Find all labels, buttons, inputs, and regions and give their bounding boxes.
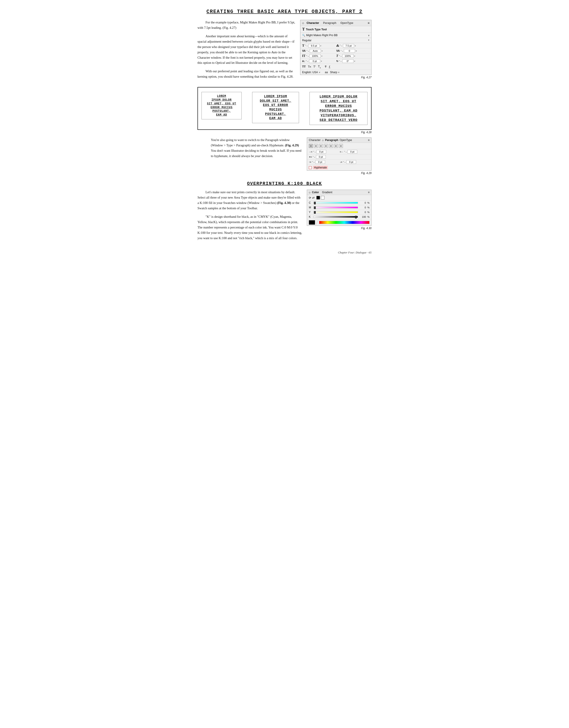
type-style-row: TT TR Tr Ta T ƒ [300,64,371,70]
kerning-value[interactable]: Auto [310,49,321,53]
rotation-group: ↻ ⌃⌄ 0° ∨ [336,59,370,63]
first-line-row: ⁕≡ ⌃⌄ 0 pt [307,154,371,160]
size-leading-row: T ⌃⌄ 9.5 pt ∨ ⁂ ⌃⌄ 7.5 pt ∨ [300,43,371,48]
font-name-row[interactable]: 🔍 Might Makes Right Pro BB ∨ [300,33,371,38]
space-before-arrows: ⌃⌄ [312,161,315,163]
color-icons-row: ⟳ ⇄ [307,195,371,201]
tracking-value[interactable]: 0 [344,49,355,53]
first-line-arrows: ⌃⌄ [312,156,316,158]
vert-arrows: ⌃⌄ [306,55,309,57]
all-caps-btn[interactable]: TT [302,65,306,68]
alignment-row: ≡ ≡ ≡ ≡ ≡ ≡ ≡ [307,143,371,149]
page-title: CREATING THREE BASIC AREA TYPE OBJECTS, … [197,9,372,15]
space-after-value[interactable]: 0 pt [346,160,356,164]
small-caps-btn[interactable]: TR [308,65,311,68]
leading-arrows: ⌃⌄ [339,45,343,47]
color-menu-icon[interactable]: ≡ [368,191,370,194]
leading-value[interactable]: 7.5 pt [343,44,354,48]
color-panel-fig430: ◇ Color Gradient ≡ ⟳ ⇄ C 0 % [307,190,372,226]
horiz-chevron[interactable]: ∨ [354,55,355,57]
color-tab-color[interactable]: Color [312,191,319,194]
page-number: Chapter Four: Dialogue · 65 [197,251,372,254]
first-line-group: ⁕≡ ⌃⌄ 0 pt [309,155,370,159]
color-black-swatch [316,196,320,199]
hyphenate-checkbox[interactable] [309,166,312,169]
strikethrough-btn[interactable]: T [325,65,326,68]
magenta-value: 0 [359,206,366,209]
tab-opentype[interactable]: OpenType [339,21,355,25]
lorem-box-3: LOREM IPSUM DOLORSIT AMET, EOS UTERROR M… [309,92,368,125]
baseline-chevron[interactable]: ∨ [321,60,322,62]
yellow-pct: % [367,211,370,214]
body-paragraph-1: For the example typeface, Might Makes Ri… [197,20,296,31]
leading-chevron[interactable]: ∨ [355,45,356,47]
align-justify-center-btn[interactable]: ≡ [329,144,333,148]
tracking-chevron[interactable]: ∨ [355,50,357,52]
body-paragraph-4: You're also going to want to switch to t… [211,137,302,159]
left-indent-icon: →≡ [309,151,312,153]
vert-chevron[interactable]: ∨ [321,55,323,57]
touch-type-tool-row[interactable]: 𝕋 Touch Type Tool [300,26,371,33]
sharp-label: Sharp [330,71,337,74]
black-slider[interactable] [313,216,358,218]
font-chevron-icon[interactable]: ∨ [368,34,370,37]
space-before-value[interactable]: 0 pt [315,160,325,164]
align-justify-right-btn[interactable]: ≡ [334,144,338,148]
vert-scale-value[interactable]: 100% [309,54,321,58]
yellow-slider[interactable] [313,211,358,213]
para-tab-para[interactable]: Paragraph [325,139,338,142]
kerning-tracking-row: VA ⌃⌄ Auto ∨ VA ⌃⌄ 0 ∨ [300,48,371,54]
color-refresh-icon[interactable]: ⟳ [309,196,311,199]
color-diamond-icon: ◇ [309,191,311,194]
space-row: ↑≡ ⌃⌄ 0 pt ↓≡ ⌃⌄ 0 pt [307,160,371,165]
color-spectrum-bar[interactable] [319,221,370,224]
style-chevron-icon[interactable]: ∨ [368,39,370,42]
char-panel-header: ◇ Character Paragraph OpenType ≡ [300,20,371,26]
align-justify-btn[interactable]: ≡ [324,144,328,148]
color-swap-icon[interactable]: ⇄ [312,196,315,199]
magenta-slider[interactable] [313,207,358,208]
font-style-row[interactable]: Regular ∨ [300,38,371,43]
right-indent-value[interactable]: 0 pt [347,150,357,153]
para-tab-char[interactable]: Character [309,139,321,142]
black-value: 100 [359,216,366,218]
align-left-btn[interactable]: ≡ [309,144,313,148]
size-chevron[interactable]: ∨ [320,45,322,47]
color-tab-gradient[interactable]: Gradient [322,191,332,194]
body-paragraph-3: With our preferred point and leading siz… [197,69,296,79]
horiz-scale-value[interactable]: 100% [342,54,353,58]
para-menu-icon[interactable]: ≡ [368,139,370,142]
body-paragraph-5: Let's make sure our text prints correctl… [197,190,302,211]
underline-btn[interactable]: ƒ [329,65,330,68]
align-center-btn[interactable]: ≡ [314,144,318,148]
sharp-chevron[interactable]: ∨ [338,71,340,73]
horiz-scale-group: T ⌃⌄ 100% ∨ [336,54,370,58]
kerning-chevron[interactable]: ∨ [321,50,323,52]
cyan-slider[interactable] [313,202,358,204]
body-paragraph-6: "K" is design shorthand for black, as in… [197,214,302,241]
lang-chevron[interactable]: ∨ [319,71,320,73]
first-line-value[interactable]: 0 pt [316,155,326,159]
align-justify-all-btn[interactable]: ≡ [339,144,343,148]
font-size-value[interactable]: 9.5 pt [308,44,320,48]
rotation-arrows: ⌃⌄ [339,60,342,62]
panel-menu-icon[interactable]: ≡ [368,21,370,25]
tab-character[interactable]: Character [305,21,320,25]
subscript-btn[interactable]: Ta [318,65,321,69]
lorem-figure-428: LOREMIPSUM DOLORSIT AMET, EOS UTERROR MU… [197,87,372,130]
main-color-swatch[interactable] [309,220,315,225]
yellow-label: Y [309,211,312,214]
space-after-arrows: ⌃⌄ [343,161,346,163]
superscript-btn[interactable]: Tr [313,65,316,68]
tracking-arrows: ⌃⌄ [340,50,343,52]
rotation-chevron[interactable]: ∨ [354,60,355,62]
kerning-arrows: ⌃⌄ [306,50,309,52]
fig430-label: Fig. 4.30 [361,227,372,230]
left-indent-value[interactable]: 0 pt [316,150,326,153]
baseline-value[interactable]: 0 pt [309,59,320,63]
tab-paragraph[interactable]: Paragraph [322,21,338,25]
rotation-value[interactable]: 0° [342,59,353,63]
space-after-group: ↓≡ ⌃⌄ 0 pt [340,160,370,164]
align-right-btn[interactable]: ≡ [319,144,323,148]
para-tab-opentype[interactable]: OpenType [340,139,352,142]
